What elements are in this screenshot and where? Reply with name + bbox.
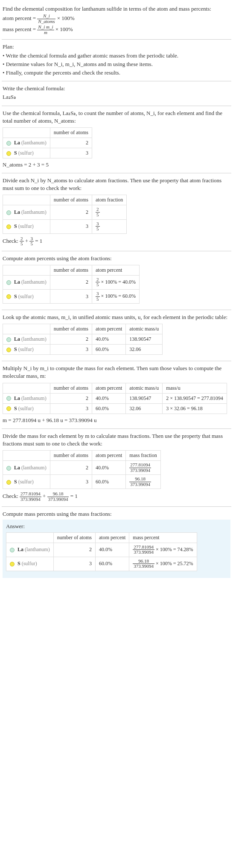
mass-percent-lhs: mass percent = (3, 26, 36, 32)
table-row: La (lanthanum) 2 40.0% 277.81094 373.990… (6, 543, 197, 557)
element-cell: S (sulfur) (3, 403, 50, 414)
mfrac-cell: 96.18 373.99094 (126, 475, 160, 489)
answer-table: number of atoms atom percent mass percen… (6, 532, 197, 571)
element-color-icon (6, 396, 11, 401)
element-color-icon (6, 294, 11, 299)
numerator: 3 (96, 291, 100, 297)
plan-section: Plan: • Write the chemical formula and g… (2, 40, 231, 81)
element-color-icon (6, 210, 11, 215)
atoms-value: 3 (50, 290, 92, 304)
denominator: 373.99094 (129, 482, 151, 487)
atomfrac-table: number of atoms atom fraction La (lantha… (3, 195, 127, 233)
fraction-cell: 2 5 (92, 205, 127, 219)
atoms-value: 2 (50, 205, 92, 219)
fraction-cell: 3 5 (92, 219, 127, 233)
fraction: 96.18 373.99094 (47, 491, 69, 502)
fraction: 3 5 (96, 291, 100, 302)
formula-section: Write the chemical formula: La₂S₃ (2, 81, 231, 106)
table-header-row: number of atoms atom percent (3, 265, 140, 275)
massfrac-section: Divide the mass for each element by m to… (2, 429, 231, 507)
element-cell: S (sulfur) (3, 475, 50, 489)
header-fraction: atom fraction (92, 195, 127, 205)
table-header-row: number of atoms atom fraction (3, 195, 127, 205)
denominator: 5 (29, 241, 34, 247)
atomicmass-text: Look up the atomic mass, m_i, in unified… (3, 313, 230, 321)
mpct-tail: × 100% = 25.72% (156, 560, 193, 566)
atom-percent-formula: atom percent = N_i N_atoms × 100% (3, 14, 230, 24)
pct-value: 40.0% (92, 393, 126, 403)
header-atoms: number of atoms (50, 324, 92, 334)
element-color-icon (6, 280, 11, 285)
header-atoms: number of atoms (53, 532, 95, 543)
table-row: La (lanthanum) 2 (3, 138, 92, 148)
empty-header (3, 195, 50, 205)
pct-cell: 3 5 × 100% = 60.0% (92, 290, 140, 304)
denominator: 373.99094 (133, 550, 154, 555)
count-text: Use the chemical formula, La₂S₃, to coun… (3, 109, 230, 125)
table-header-row: number of atoms atom percent mass percen… (6, 532, 197, 543)
atoms-value: 2 (50, 461, 92, 475)
pct-value: 40.0% (92, 461, 126, 475)
element-cell: La (lanthanum) (3, 205, 50, 219)
plan-bullet: • Write the chemical formula and gather … (3, 52, 230, 60)
table-header-row: number of atoms atom percent atomic mass… (3, 383, 227, 393)
mpct-cell: 277.81094 373.99094 × 100% = 74.28% (129, 543, 197, 557)
header-pct: atom percent (92, 324, 126, 334)
element-name: (lanthanum) (21, 395, 47, 401)
element-cell: S (sulfur) (3, 345, 50, 355)
table-row: S (sulfur) 3 (3, 148, 92, 158)
table-header-row: number of atoms atom percent mass fracti… (3, 451, 161, 461)
check-line: Check: 2 5 + 3 5 = 1 (3, 236, 230, 247)
element-cell: S (sulfur) (3, 219, 50, 233)
fraction: 96.18 373.99094 (129, 477, 151, 487)
element-color-icon (6, 480, 11, 485)
element-name: (lanthanum) (21, 336, 47, 342)
element-cell: La (lanthanum) (3, 393, 50, 403)
pct-value: 60.0% (92, 403, 126, 414)
fraction: 2 5 (20, 236, 24, 247)
denominator: 373.99094 (20, 497, 41, 502)
element-color-icon (10, 562, 15, 566)
numerator: 96.18 (129, 477, 151, 482)
element-color-icon (10, 548, 15, 552)
table-row: S (sulfur) 3 60.0% 96.18 373.99094 (3, 475, 161, 489)
mpct-tail: × 100% = 74.28% (156, 546, 193, 552)
header-pct: atom percent (96, 532, 129, 543)
count-table: number of atoms La (lanthanum) 2 S (sulf… (3, 127, 92, 158)
fraction: 3 5 (96, 221, 100, 232)
atoms-value: 2 (50, 334, 92, 345)
element-name: (sulfur) (18, 405, 34, 411)
element-cell: La (lanthanum) (3, 138, 50, 148)
numerator: N_i m_i (37, 25, 54, 30)
check-label: Check: (3, 493, 18, 499)
check-label: Check: (3, 238, 18, 244)
element-symbol: La (17, 546, 23, 552)
empty-header (3, 324, 50, 334)
element-symbol: La (14, 140, 20, 146)
element-symbol: S (17, 560, 20, 566)
element-name: (sulfur) (22, 560, 37, 566)
element-cell: La (lanthanum) (3, 275, 50, 289)
atoms-value: 3 (50, 345, 92, 355)
table-row: La (lanthanum) 2 40.0% 138.90547 2 × 138… (3, 393, 227, 403)
pct-value: 40.0% (92, 334, 126, 345)
element-name: (sulfur) (18, 479, 34, 485)
atoms-value: 3 (50, 403, 92, 414)
header-atoms: number of atoms (50, 451, 92, 461)
amass-value: 138.90547 (126, 393, 163, 403)
mass-calc: 3 × 32.06 = 96.18 (163, 403, 227, 414)
denominator: 5 (96, 297, 100, 302)
fraction: 277.81094 373.99094 (129, 463, 151, 473)
element-symbol: S (14, 405, 17, 411)
empty-header (3, 265, 50, 275)
empty-header (3, 127, 50, 138)
header-amass: atomic mass/u (126, 383, 163, 393)
element-name: (lanthanum) (25, 546, 50, 552)
atomicmass-section: Look up the atomic mass, m_i, in unified… (2, 310, 231, 361)
plan-bullet: • Determine values for N_i, m_i, N_atoms… (3, 60, 230, 68)
element-name: (lanthanum) (21, 465, 47, 471)
denominator: 373.99094 (47, 497, 69, 502)
atom-percent-lhs: atom percent = (3, 15, 36, 21)
atomfrac-section: Divide each N_i by N_atoms to calculate … (2, 173, 231, 251)
pct-value: 40.0% (96, 543, 129, 557)
